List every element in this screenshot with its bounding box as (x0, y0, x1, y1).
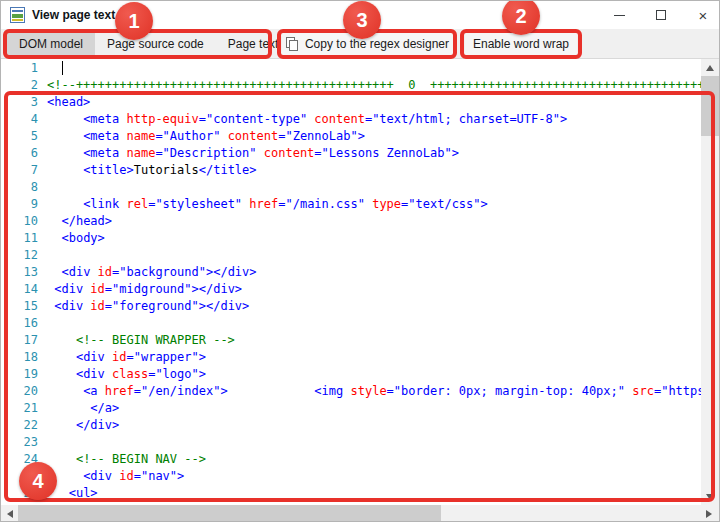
line-number: 10 (2, 213, 42, 230)
code-text: <!-- BEGIN NAV --> (47, 451, 206, 468)
line-number: 6 (2, 145, 42, 162)
horizontal-scrollbar-thumb[interactable] (18, 505, 441, 522)
copy-pages-icon (286, 37, 299, 51)
code-text: <link rel="stylesheet" href="/main.css" … (47, 196, 488, 213)
tab-strip: DOM model Page source code Page text (7, 29, 290, 58)
line-number: 14 (2, 281, 42, 298)
code-line[interactable]: 20 <a href="/en/index"> <img style="bord… (2, 383, 703, 400)
tab-page-text[interactable]: Page text (216, 29, 291, 58)
line-number: 13 (2, 264, 42, 281)
code-line[interactable]: 11 <body> (2, 230, 703, 247)
code-line[interactable]: 23 (2, 434, 703, 451)
code-line[interactable]: 16 (2, 315, 703, 332)
maximize-button[interactable] (644, 1, 678, 29)
code-line[interactable]: 8 (2, 179, 703, 196)
line-number: 21 (2, 400, 42, 417)
line-number: 19 (2, 366, 42, 383)
title-bar: View page text × (1, 1, 719, 29)
code-lines[interactable]: 12<!--++++++++++++++++++++++++++++++++++… (2, 60, 703, 502)
scroll-down-icon (706, 494, 714, 500)
horizontal-scrollbar[interactable] (1, 505, 720, 522)
line-number: 1 (2, 60, 42, 77)
code-text: <body> (47, 230, 105, 247)
scroll-up-button[interactable] (701, 59, 719, 76)
scroll-left-icon (7, 510, 13, 518)
line-number: 25 (2, 468, 42, 485)
scroll-right-button[interactable] (700, 505, 717, 522)
line-number: 17 (2, 332, 42, 349)
code-text: <!--++++++++++++++++++++++++++++++++++++… (47, 77, 703, 94)
tab-page-source-code[interactable]: Page source code (95, 29, 216, 58)
scroll-up-icon (706, 65, 714, 71)
code-text: </div> (47, 417, 119, 434)
line-number: 23 (2, 434, 42, 451)
line-number: 12 (2, 247, 42, 264)
line-number: 3 (2, 94, 42, 111)
code-line[interactable]: 24 <!-- BEGIN NAV --> (2, 451, 703, 468)
code-line[interactable]: 9 <link rel="stylesheet" href="/main.css… (2, 196, 703, 213)
scroll-left-button[interactable] (1, 505, 18, 522)
code-text: </a> (47, 400, 119, 417)
code-text: <meta http-equiv="content-type" content=… (47, 111, 567, 128)
code-line[interactable]: 7 <title>Tutorials</title> (2, 162, 703, 179)
code-text: <meta name="Author" content="ZennoLab"> (47, 128, 365, 145)
vertical-scrollbar[interactable] (701, 59, 719, 505)
minimize-icon (614, 15, 625, 16)
line-number: 7 (2, 162, 42, 179)
minimize-button[interactable] (602, 1, 636, 29)
code-line[interactable]: 14 <div id="midground"></div> (2, 281, 703, 298)
tab-dom-model[interactable]: DOM model (7, 29, 95, 58)
code-text: <meta name="Description" content="Lesson… (47, 145, 459, 162)
code-line[interactable]: 3<head> (2, 94, 703, 111)
scroll-down-button[interactable] (701, 488, 719, 505)
code-line[interactable]: 18 <div id="wrapper"> (2, 349, 703, 366)
line-number: 11 (2, 230, 42, 247)
code-line[interactable]: 19 <div class="logo"> (2, 366, 703, 383)
code-line[interactable]: 4 <meta http-equiv="content-type" conten… (2, 111, 703, 128)
code-line[interactable]: 12 (2, 247, 703, 264)
line-number: 5 (2, 128, 42, 145)
line-number: 4 (2, 111, 42, 128)
code-line[interactable]: 25 <div id="nav"> (2, 468, 703, 485)
line-number: 24 (2, 451, 42, 468)
code-text: <div id="background"></div> (47, 264, 257, 281)
line-number: 16 (2, 315, 42, 332)
code-line[interactable]: 5 <meta name="Author" content="ZennoLab"… (2, 128, 703, 145)
code-text: <div id="midground"></div> (47, 281, 242, 298)
code-line[interactable]: 21 </a> (2, 400, 703, 417)
scroll-right-icon (706, 510, 712, 518)
code-line[interactable]: 22 </div> (2, 417, 703, 434)
code-text: <head> (47, 94, 90, 111)
wordwrap-button-label: Enable word wrap (473, 37, 569, 51)
toolbar: DOM model Page source code Page text Cop… (1, 29, 719, 59)
code-line[interactable]: 10 </head> (2, 213, 703, 230)
line-number: 8 (2, 179, 42, 196)
code-line[interactable]: 17 <!-- BEGIN WRAPPER --> (2, 332, 703, 349)
code-line[interactable]: 15 <div id="foreground"></div> (2, 298, 703, 315)
code-line[interactable]: 13 <div id="background"></div> (2, 264, 703, 281)
line-number: 9 (2, 196, 42, 213)
line-number: 15 (2, 298, 42, 315)
copy-button-label: Copy to the regex designer (305, 37, 449, 51)
code-text: <!-- BEGIN WRAPPER --> (47, 332, 235, 349)
code-text: <title>Tutorials</title> (47, 162, 257, 179)
text-caret (62, 61, 63, 75)
code-text: <div class="logo"> (47, 366, 206, 383)
code-text: <div id="foreground"></div> (47, 298, 249, 315)
code-line[interactable]: 26 <ul> (2, 485, 703, 502)
code-line[interactable]: 1 (2, 60, 703, 77)
line-number: 18 (2, 349, 42, 366)
code-text: <ul> (47, 485, 98, 502)
close-button[interactable]: × (686, 1, 720, 29)
close-icon: × (699, 8, 708, 23)
code-editor[interactable]: 12<!--++++++++++++++++++++++++++++++++++… (2, 59, 703, 505)
code-text: </head> (47, 213, 112, 230)
code-line[interactable]: 6 <meta name="Description" content="Less… (2, 145, 703, 162)
line-number: 2 (2, 77, 42, 94)
page-text-icon (10, 7, 25, 23)
vertical-scrollbar-thumb[interactable] (701, 76, 719, 136)
copy-to-regex-designer-button[interactable]: Copy to the regex designer (282, 32, 453, 56)
code-text: <a href="/en/index"> <img style="border:… (47, 383, 703, 400)
enable-word-wrap-button[interactable]: Enable word wrap (465, 32, 577, 56)
code-line[interactable]: 2<!--+++++++++++++++++++++++++++++++++++… (2, 77, 703, 94)
